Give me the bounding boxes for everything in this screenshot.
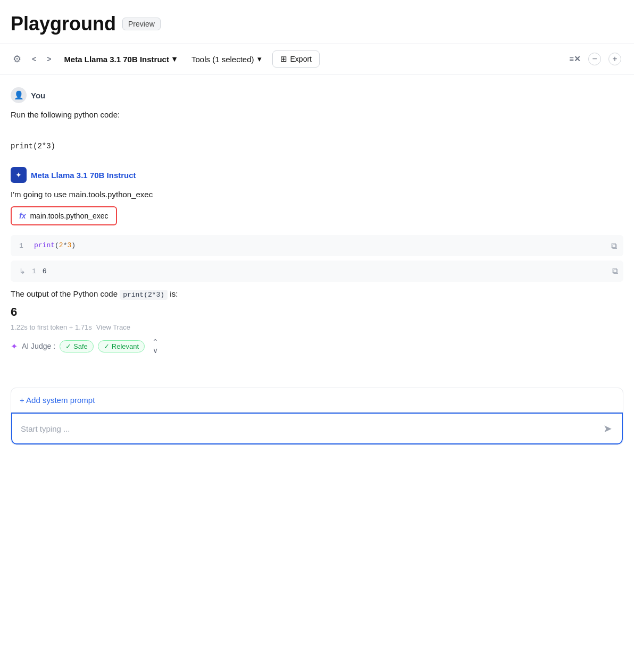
chevron-right-button[interactable]: > [45, 53, 53, 65]
code-block: 1 print(2*3) ⧉ [11, 235, 623, 256]
safe-check-icon: ✓ [65, 342, 71, 350]
code-open-paren: ( [55, 241, 59, 249]
decrease-button[interactable]: − [586, 51, 603, 68]
response-inline-code: print(2*3) [120, 290, 168, 300]
ai-intro-text: I'm going to use main.tools.python_exec [11, 188, 623, 201]
export-label: Export [290, 55, 312, 63]
plus-icon: + [608, 53, 621, 65]
model-chevron-down-icon: ▾ [172, 54, 177, 64]
safe-badge-label: Safe [73, 342, 88, 350]
user-message-code: print(2*3) [11, 140, 623, 152]
tool-call-box[interactable]: fx main.tools.python_exec [11, 206, 117, 225]
output-value: 6 [43, 267, 47, 275]
tools-chevron-down-icon: ▾ [257, 54, 262, 64]
user-sender-row: 👤 You [11, 87, 623, 103]
chat-area: 👤 You Run the following python code: pri… [0, 74, 634, 377]
user-icon: 👤 [14, 90, 24, 100]
toolbar: ⚙ < > Meta Llama 3.1 70B Instruct ▾ Tool… [0, 44, 634, 74]
ai-judge-sparkle-icon: ✦ [11, 341, 18, 351]
input-area: ➤ [11, 413, 623, 444]
add-system-prompt-label: + Add system prompt [20, 396, 95, 405]
export-button[interactable]: ⊞ Export [272, 51, 320, 68]
user-sender-name: You [31, 91, 45, 100]
user-avatar: 👤 [11, 87, 27, 103]
tools-select-button[interactable]: Tools (1 selected) ▾ [187, 51, 266, 67]
add-system-prompt-button[interactable]: + Add system prompt [11, 388, 623, 413]
ai-intro-content: I'm going to use main.tools.python_exec [11, 190, 153, 199]
minus-icon: − [588, 53, 601, 65]
code-line-number: 1 [19, 242, 28, 250]
ai-judge-label: AI Judge : [22, 342, 55, 350]
relevant-badge: ✓ Relevant [98, 340, 145, 352]
tool-call-name: main.tools.python_exec [30, 212, 108, 220]
ai-sender-row: ✦ Meta Llama 3.1 70B Instruct [11, 167, 623, 183]
output-block: ↳ 1 6 ⧉ [11, 261, 623, 282]
code-copy-button[interactable]: ⧉ [610, 240, 618, 252]
tools-label: Tools (1 selected) [191, 55, 254, 64]
response-text: The output of the Python code print(2*3)… [11, 287, 623, 301]
user-message-block: 👤 You Run the following python code: pri… [11, 87, 623, 152]
chevron-left-button[interactable]: < [30, 53, 38, 65]
relevant-badge-label: Relevant [112, 342, 139, 350]
ai-sender-name: Meta Llama 3.1 70B Instruct [31, 171, 136, 180]
gear-button[interactable]: ⚙ [11, 51, 23, 67]
output-line-number: 1 [32, 267, 36, 275]
code-function: print [34, 241, 55, 249]
code-num1: 2 [59, 241, 63, 249]
copy-icon: ⧉ [611, 241, 617, 250]
model-label: Meta Llama 3.1 70B Instruct [64, 55, 169, 64]
clear-filters-button[interactable]: ≡✕ [567, 52, 583, 66]
model-select-button[interactable]: Meta Llama 3.1 70B Instruct ▾ [60, 51, 181, 67]
safe-badge: ✓ Safe [60, 340, 94, 352]
increase-button[interactable]: + [606, 51, 623, 68]
bottom-section: + Add system prompt ➤ [11, 388, 623, 445]
user-message-text: Run the following python code: print(2*3… [11, 108, 623, 152]
chevron-left-icon: < [32, 55, 36, 63]
fx-icon: fx [19, 212, 26, 220]
chevron-right-icon: > [47, 55, 51, 63]
view-trace-link[interactable]: View Trace [96, 323, 130, 331]
send-icon: ➤ [603, 422, 612, 435]
ai-message-block: ✦ Meta Llama 3.1 70B Instruct I'm going … [11, 167, 623, 356]
response-text-prefix: The output of the Python code [11, 289, 118, 298]
output-copy-icon: ⧉ [612, 266, 618, 275]
ai-judge-expand-button[interactable]: ⌃∨ [149, 337, 162, 356]
ai-sparkle-icon: ✦ [15, 171, 22, 179]
timing-text: 1.22s to first token + 1.71s [11, 323, 92, 331]
response-text-suffix: is: [170, 289, 178, 298]
send-button[interactable]: ➤ [602, 421, 613, 436]
code-close-paren: ) [71, 241, 76, 249]
clear-icon: ≡✕ [569, 54, 581, 64]
code-content: print(2*3) [34, 241, 615, 249]
ai-avatar: ✦ [11, 167, 27, 183]
relevant-check-icon: ✓ [104, 342, 110, 350]
expand-icon: ⌃∨ [152, 338, 158, 355]
user-message-line1: Run the following python code: [11, 110, 120, 119]
output-copy-button[interactable]: ⧉ [612, 266, 618, 276]
preview-badge: Preview [122, 18, 161, 30]
timing-info: 1.22s to first token + 1.71s View Trace [11, 323, 623, 331]
output-arrow-icon: ↳ [19, 267, 26, 275]
page-title: Playground [11, 13, 116, 35]
chat-input[interactable] [21, 424, 602, 433]
gear-icon: ⚙ [13, 53, 21, 65]
ai-judge-row: ✦ AI Judge : ✓ Safe ✓ Relevant ⌃∨ [11, 337, 623, 356]
response-number: 6 [11, 305, 623, 319]
export-icon: ⊞ [280, 54, 287, 64]
page-header: Playground Preview [0, 0, 634, 44]
